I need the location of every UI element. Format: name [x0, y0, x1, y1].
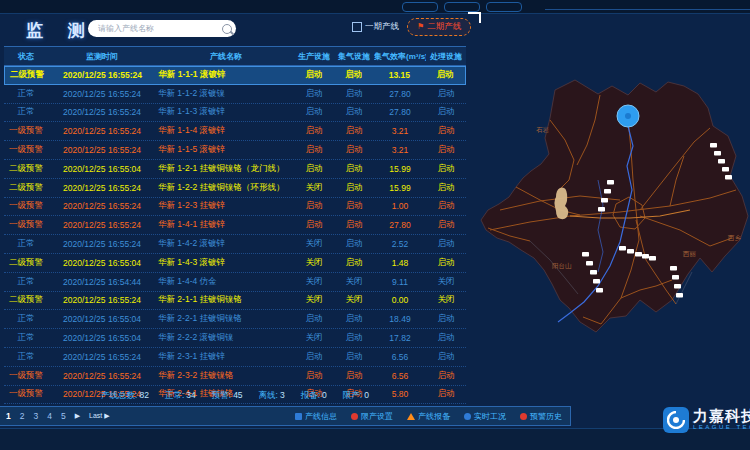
- next-page-button[interactable]: ▶: [75, 412, 80, 420]
- column-header: 监测时间: [48, 51, 156, 62]
- cell-time: 2020/12/25 16:55:24: [48, 183, 156, 193]
- cell-name: 华新 1-4-2 滚镀锌: [156, 238, 294, 250]
- legend-item-triangle[interactable]: 产线报备: [407, 411, 450, 422]
- cell-prod: 关闭: [294, 238, 334, 250]
- table-row[interactable]: 正常2020/12/25 16:54:44华新 1-4-4 仿金关闭关闭9.11…: [4, 273, 466, 292]
- cell-prod: 启动: [294, 125, 334, 137]
- summary-value: 82: [139, 390, 148, 400]
- cell-treat: 关闭: [426, 294, 466, 306]
- cell-treat: 启动: [426, 88, 466, 100]
- cell-gas: 启动: [334, 182, 374, 194]
- cell-status: 正常: [4, 276, 48, 288]
- table-row[interactable]: 正常2020/12/25 16:55:24华新 1-1-2 滚镀镍启动启动27.…: [4, 85, 466, 104]
- summary-item: 正常:34: [165, 390, 196, 402]
- map-place-label: 西乡: [727, 234, 742, 242]
- summary-label: 预警:: [212, 390, 231, 400]
- cell-name: 华新 1-2-3 挂镀锌: [156, 200, 294, 212]
- district-shape: [481, 80, 748, 332]
- logo-name: 力嘉科技: [693, 407, 750, 424]
- cell-eff: 3.21: [374, 145, 426, 155]
- column-header: 集气设施: [334, 51, 374, 62]
- cell-treat: 启动: [426, 313, 466, 325]
- cell-gas: 启动: [334, 200, 374, 212]
- cell-treat: 启动: [426, 125, 466, 137]
- cell-time: 2020/12/25 16:55:24: [48, 295, 156, 305]
- cell-status: 二级预警: [5, 69, 49, 81]
- table-row[interactable]: 一级预警2020/12/25 16:55:24华新 2-3-2 挂镀镍铬启动启动…: [4, 367, 466, 386]
- alert-point-marker[interactable]: [617, 105, 639, 127]
- cell-treat: 关闭: [426, 276, 466, 288]
- table-row[interactable]: 正常2020/12/25 16:55:24华新 2-3-1 挂镀锌启动启动6.5…: [4, 348, 466, 367]
- cell-eff: 15.99: [374, 164, 426, 174]
- table-row[interactable]: 二级预警2020/12/25 16:55:24华新 2-1-1 挂镀铜镍铬关闭关…: [4, 292, 466, 311]
- table-row[interactable]: 一级预警2020/12/25 16:55:24华新 1-1-4 滚镀锌启动启动3…: [4, 122, 466, 141]
- table-row[interactable]: 二级预警2020/12/25 16:55:04华新 1-4-3 滚镀锌关闭启动1…: [4, 254, 466, 273]
- cell-status: 正常: [4, 351, 48, 363]
- table-row[interactable]: 正常2020/12/25 16:55:24华新 1-1-3 滚镀锌启动启动27.…: [4, 104, 466, 123]
- column-header: 集气效率(m³/s): [374, 51, 426, 62]
- cell-gas: 关闭: [334, 276, 374, 288]
- cell-prod: 启动: [294, 88, 334, 100]
- page-button[interactable]: 5: [61, 411, 66, 421]
- table-row[interactable]: 二级预警2020/12/25 16:55:24华新 1-1-1 滚镀锌启动启动1…: [4, 66, 466, 85]
- search-icon[interactable]: [222, 24, 232, 34]
- cell-gas: 启动: [334, 370, 374, 382]
- cell-eff: 27.80: [374, 107, 426, 117]
- table-row[interactable]: 一级预警2020/12/25 16:55:24华新 1-1-5 滚镀锌启动启动3…: [4, 141, 466, 160]
- search-input[interactable]: [96, 23, 222, 34]
- table-row[interactable]: 正常2020/12/25 16:55:24华新 1-4-2 滚镀锌关闭启动2.5…: [4, 235, 466, 254]
- table-header-row: 状态监测时间产线名称生产设施集气设施集气效率(m³/s)处理设施: [4, 47, 466, 66]
- table-row[interactable]: 一级预警2020/12/25 16:55:24华新 1-2-3 挂镀锌启动启动1…: [4, 198, 466, 217]
- cell-eff: 6.56: [374, 352, 426, 362]
- search-box[interactable]: [88, 20, 236, 37]
- last-page-button[interactable]: Last ▶: [89, 412, 110, 420]
- cell-eff: 17.82: [374, 333, 426, 343]
- cell-treat: 启动: [426, 219, 466, 231]
- cell-gas: 启动: [334, 332, 374, 344]
- table-row[interactable]: 正常2020/12/25 16:55:04华新 2-2-2 滚镀铜镍关闭启动17…: [4, 329, 466, 348]
- legend-item-square[interactable]: 产线信息: [295, 411, 337, 422]
- cell-status: 一级预警: [4, 370, 48, 382]
- map-place-label: 石岩: [536, 126, 550, 134]
- cell-name: 华新 2-2-1 挂镀铜镍铬: [156, 313, 294, 325]
- legend-item-circle[interactable]: 限产设置: [351, 411, 393, 422]
- top-decor-strip: [0, 0, 750, 14]
- page-button[interactable]: 2: [20, 411, 25, 421]
- cell-prod: 启动: [294, 200, 334, 212]
- cell-prod: 启动: [294, 370, 334, 382]
- cell-eff: 27.80: [374, 220, 426, 230]
- table-row[interactable]: 二级预警2020/12/25 16:55:24华新 1-2-2 挂镀铜镍铬（环形…: [4, 179, 466, 198]
- phase1-checkbox[interactable]: 一期产线: [352, 21, 399, 33]
- page-button[interactable]: 4: [47, 411, 52, 421]
- legend-label: 产线报备: [418, 411, 450, 422]
- cell-treat: 启动: [426, 163, 466, 175]
- cell-eff: 18.49: [374, 314, 426, 324]
- cell-treat: 启动: [426, 200, 466, 212]
- summary-label: 限产:: [343, 390, 362, 400]
- pagination: 12345▶Last ▶: [6, 411, 110, 421]
- table-body: 二级预警2020/12/25 16:55:24华新 1-1-1 滚镀锌启动启动1…: [4, 66, 466, 404]
- cell-gas: 启动: [334, 351, 374, 363]
- phase2-label: 二期产线: [427, 21, 461, 33]
- cell-treat: 启动: [426, 332, 466, 344]
- table-row[interactable]: 二级预警2020/12/25 16:55:04华新 1-2-1 挂镀铜镍铬（龙门…: [4, 160, 466, 179]
- summary-value: 3: [280, 390, 285, 400]
- summary-label: 报备:: [301, 390, 320, 400]
- page-button[interactable]: 3: [33, 411, 38, 421]
- table-row[interactable]: 正常2020/12/25 16:55:04华新 2-2-1 挂镀铜镍铬启动启动1…: [4, 310, 466, 329]
- checkbox-icon[interactable]: [352, 22, 362, 32]
- decor-pill: [402, 2, 438, 12]
- cell-gas: 启动: [334, 88, 374, 100]
- summary-item: 离线:3: [259, 390, 285, 402]
- phase2-button[interactable]: ⚑ 二期产线: [407, 18, 471, 36]
- column-header: 状态: [4, 51, 48, 62]
- circle-icon: [351, 413, 358, 420]
- cell-name: 华新 1-4-4 仿金: [156, 276, 294, 288]
- district-map[interactable]: 石岩阳台山西丽西乡: [470, 50, 750, 450]
- cell-status: 一级预警: [4, 144, 48, 156]
- phase-controls: 一期产线 ⚑ 二期产线: [352, 18, 471, 36]
- cell-gas: 启动: [334, 257, 374, 269]
- table-row[interactable]: 一级预警2020/12/25 16:55:24华新 1-4-1 挂镀锌启动启动2…: [4, 216, 466, 235]
- page-button[interactable]: 1: [6, 411, 11, 421]
- cell-treat: 启动: [426, 238, 466, 250]
